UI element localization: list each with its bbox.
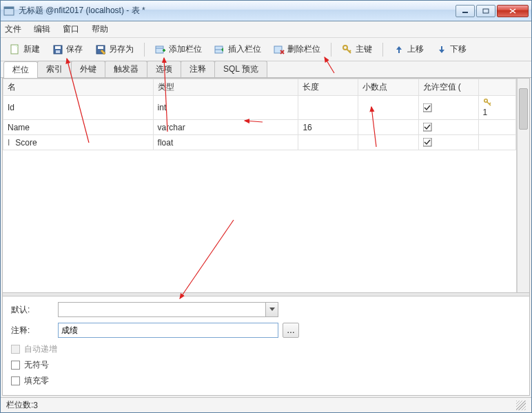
cell-allownull[interactable] bbox=[418, 120, 478, 135]
save-icon bbox=[52, 44, 63, 55]
vertical-scrollbar[interactable] bbox=[517, 79, 529, 292]
menu-help[interactable]: 帮助 bbox=[92, 23, 108, 35]
cell-name[interactable]: Id bbox=[3, 96, 154, 120]
svg-rect-18 bbox=[423, 103, 431, 112]
saveas-button[interactable]: 另存为 bbox=[90, 41, 139, 58]
insertfield-icon bbox=[214, 44, 225, 55]
default-label: 默认: bbox=[11, 304, 58, 316]
toolbar: 新建 保存 另存为 添加栏位 插入栏位 删除栏位 主键 上移 下移 bbox=[1, 38, 531, 61]
primarykey-button[interactable]: 主键 bbox=[337, 41, 377, 58]
menu-file[interactable]: 文件 bbox=[5, 23, 21, 35]
key-icon bbox=[342, 44, 353, 55]
field-properties-panel: 默认: 注释: 成绩 … 自动递增 无符号 填充零 bbox=[3, 296, 529, 395]
tab-options[interactable]: 选项 bbox=[147, 61, 181, 77]
svg-rect-8 bbox=[55, 46, 61, 49]
cell-decimal[interactable] bbox=[358, 120, 418, 135]
table-row[interactable]: Namevarchar16 bbox=[3, 120, 516, 135]
menu-edit[interactable]: 编辑 bbox=[34, 23, 50, 35]
cell-key[interactable] bbox=[478, 120, 515, 135]
cell-name[interactable]: I Score bbox=[3, 135, 154, 150]
svg-rect-16 bbox=[274, 46, 282, 53]
deletefield-icon bbox=[274, 44, 285, 55]
cell-length[interactable] bbox=[298, 135, 358, 150]
cell-key[interactable] bbox=[478, 135, 515, 150]
tab-foreignkeys[interactable]: 外键 bbox=[71, 61, 105, 77]
col-header-type[interactable]: 类型 bbox=[153, 79, 298, 96]
app-icon bbox=[3, 6, 14, 17]
addfield-icon bbox=[155, 44, 166, 55]
status-fieldcount-label: 栏位数: bbox=[6, 399, 33, 411]
toolbar-separator bbox=[144, 43, 145, 57]
deletefield-button[interactable]: 删除栏位 bbox=[269, 41, 325, 58]
new-icon bbox=[10, 44, 21, 55]
moveup-button[interactable]: 上移 bbox=[389, 41, 429, 58]
svg-rect-1 bbox=[4, 7, 14, 9]
tab-comment[interactable]: 注释 bbox=[181, 61, 215, 77]
cell-length[interactable]: 16 bbox=[298, 120, 358, 135]
resize-grip[interactable] bbox=[516, 401, 526, 410]
comment-label: 注释: bbox=[11, 325, 58, 336]
cell-length[interactable] bbox=[298, 96, 358, 120]
save-button[interactable]: 保存 bbox=[48, 41, 88, 58]
cell-decimal[interactable] bbox=[358, 96, 418, 120]
svg-rect-9 bbox=[56, 50, 60, 53]
tab-fields[interactable]: 栏位 bbox=[3, 61, 38, 78]
arrow-down-icon bbox=[436, 44, 447, 55]
minimize-button[interactable] bbox=[456, 5, 475, 17]
status-fieldcount-value: 3 bbox=[33, 401, 38, 410]
addfield-button[interactable]: 添加栏位 bbox=[150, 41, 207, 58]
table-row[interactable]: Idint1 bbox=[3, 96, 516, 120]
tab-sqlpreview[interactable]: SQL 预览 bbox=[214, 61, 267, 77]
svg-rect-21 bbox=[423, 138, 431, 146]
saveas-icon bbox=[95, 44, 106, 55]
toolbar-separator bbox=[331, 43, 331, 57]
cell-type[interactable]: float bbox=[153, 135, 298, 150]
svg-rect-11 bbox=[98, 46, 103, 49]
col-header-length[interactable]: 长度 bbox=[298, 79, 358, 96]
cell-type[interactable]: varchar bbox=[153, 120, 298, 135]
zerofill-checkbox[interactable]: 填充零 bbox=[11, 375, 521, 387]
cell-type[interactable]: int bbox=[153, 96, 298, 120]
titlebar: 无标题 @nfit2017 (localhost) - 表 * bbox=[1, 1, 531, 21]
window-title: 无标题 @nfit2017 (localhost) - 表 * bbox=[19, 5, 456, 17]
svg-rect-12 bbox=[156, 46, 163, 53]
cell-name[interactable]: Name bbox=[3, 120, 154, 135]
unsigned-checkbox[interactable]: 无符号 bbox=[11, 359, 521, 371]
cell-allownull[interactable] bbox=[418, 135, 478, 150]
movedown-button[interactable]: 下移 bbox=[431, 41, 471, 58]
chevron-down-icon bbox=[265, 303, 278, 316]
menu-window[interactable]: 窗口 bbox=[63, 23, 79, 35]
toolbar-separator bbox=[382, 43, 383, 57]
statusbar: 栏位数: 3 bbox=[1, 397, 531, 412]
comment-more-button[interactable]: … bbox=[283, 323, 299, 338]
col-header-allownull[interactable]: 允许空值 ( bbox=[418, 79, 478, 96]
close-button[interactable] bbox=[497, 5, 529, 17]
tabbar: 栏位 索引 外键 触发器 选项 注释 SQL 预览 bbox=[1, 61, 531, 78]
svg-rect-20 bbox=[423, 123, 431, 131]
default-combobox[interactable] bbox=[58, 302, 278, 317]
menubar: 文件 编辑 窗口 帮助 bbox=[1, 21, 531, 38]
cell-key[interactable]: 1 bbox=[478, 96, 515, 120]
arrow-up-icon bbox=[393, 44, 405, 55]
col-header-name[interactable]: 名 bbox=[3, 79, 154, 96]
svg-rect-3 bbox=[483, 9, 489, 13]
cell-decimal[interactable] bbox=[358, 135, 418, 150]
comment-input[interactable]: 成绩 bbox=[58, 323, 278, 338]
cell-allownull[interactable] bbox=[418, 96, 478, 120]
new-button[interactable]: 新建 bbox=[5, 41, 45, 58]
maximize-button[interactable] bbox=[476, 5, 495, 17]
tab-triggers[interactable]: 触发器 bbox=[105, 61, 147, 77]
autoincrement-checkbox: 自动递增 bbox=[11, 343, 521, 355]
insertfield-button[interactable]: 插入栏位 bbox=[209, 41, 266, 58]
col-header-decimal[interactable]: 小数点 bbox=[358, 79, 418, 96]
fields-grid[interactable]: 名 类型 长度 小数点 允许空值 ( Idint1Namevarchar16I … bbox=[3, 79, 517, 292]
tab-indexes[interactable]: 索引 bbox=[37, 61, 72, 77]
table-row[interactable]: I Scorefloat bbox=[3, 135, 516, 150]
col-header-key[interactable] bbox=[478, 79, 515, 96]
